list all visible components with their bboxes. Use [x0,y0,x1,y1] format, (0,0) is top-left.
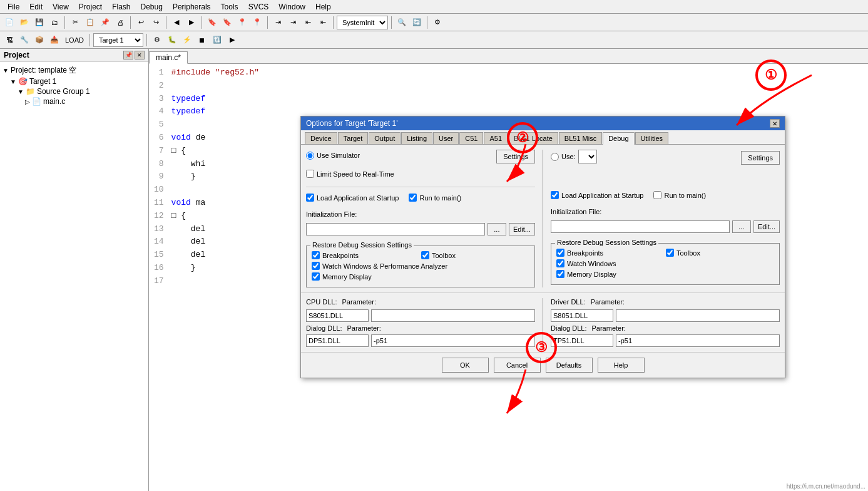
save-btn[interactable]: 💾 [33,16,46,29]
defaults-btn[interactable]: Defaults [546,358,593,373]
cut-btn[interactable]: ✂ [68,16,82,29]
ok-btn[interactable]: OK [442,358,489,373]
dbg-btn[interactable]: 🐛 [165,33,179,47]
left-cpu-param-input[interactable] [371,309,535,322]
left-edit-btn[interactable]: Edit... [509,223,535,235]
run-btn[interactable]: ▶ [225,33,239,47]
left-watch-checkbox[interactable] [312,262,320,270]
tab-debug[interactable]: Debug [603,132,634,145]
tab-target[interactable]: Target [338,132,369,144]
use-dropdown[interactable] [578,150,597,163]
right-toolbox-checkbox[interactable] [666,249,674,257]
right-driver-dll-input[interactable] [551,309,613,322]
search-btn[interactable]: 🔍 [395,16,409,29]
help-btn[interactable]: Help [598,358,645,373]
right-driver-param-input[interactable] [616,309,780,322]
menu-file[interactable]: File [3,1,24,13]
undo-btn[interactable]: ↩ [134,16,148,29]
nav-back-btn[interactable]: ◀ [170,16,183,29]
manage-btn[interactable]: ⚙ [150,33,164,47]
left-bp-checkbox[interactable] [312,251,320,259]
config-btn[interactable]: ⚙ [431,16,444,29]
stop-btn[interactable]: ⏹ [195,33,209,47]
right-run-main-checkbox[interactable] [653,191,661,199]
tree-source-group-item[interactable]: ▼ 📁 Source Group 1 [18,86,146,96]
menu-view[interactable]: View [48,1,74,13]
save-all-btn[interactable]: 🗂 [48,16,61,29]
indent-btn[interactable]: ⇥ [271,16,285,29]
target-dropdown[interactable]: Target 1 [93,33,143,47]
left-dialog-dll-input[interactable] [306,334,369,347]
right-bp-checkbox[interactable] [556,249,564,257]
limit-speed-checkbox[interactable] [306,170,314,178]
right-load-app-checkbox[interactable] [551,191,559,199]
left-browse-btn[interactable]: ... [488,223,506,235]
left-cpu-dll-input[interactable] [306,309,369,322]
use-radio[interactable] [551,153,559,161]
menu-svcs[interactable]: SVCS [243,1,274,13]
bookmark-btn[interactable]: 🔖 [205,16,219,29]
menu-peripherals[interactable]: Peripherals [168,1,216,13]
right-edit-btn[interactable]: Edit... [753,220,780,233]
print-btn[interactable]: 🖨 [113,16,127,29]
right-settings-btn[interactable]: Settings [741,151,780,165]
right-dialog-param-input[interactable] [616,334,780,347]
menu-edit[interactable]: Edit [24,1,48,13]
copy-btn[interactable]: 📋 [83,16,97,29]
indent3-btn[interactable]: ⇤ [301,16,315,29]
build3-btn[interactable]: 📦 [33,33,46,47]
menu-debug[interactable]: Debug [136,1,168,13]
tab-c51[interactable]: C51 [459,132,483,144]
tree-target[interactable]: ▼ 🎯 Target 1 [10,76,146,86]
right-memory-checkbox[interactable] [556,270,564,278]
tab-output[interactable]: Output [369,132,401,144]
new-btn[interactable]: 📄 [3,16,16,29]
replace-btn[interactable]: 🔄 [410,16,424,29]
tab-bl51-locate[interactable]: BL51 Locate [508,132,558,144]
right-dialog-dll-input[interactable] [551,334,613,347]
tab-listing[interactable]: Listing [401,132,432,144]
use-simulator-radio[interactable] [306,152,314,160]
cancel-btn[interactable]: Cancel [494,358,541,373]
tab-user[interactable]: User [433,132,459,144]
build2-btn[interactable]: 🔧 [18,33,31,47]
left-dialog-param-input[interactable] [371,334,535,347]
bookmark3-btn[interactable]: 📍 [235,16,249,29]
menu-tools[interactable]: Tools [216,1,243,13]
left-toolbox-checkbox[interactable] [421,251,429,259]
tab-bl51-misc[interactable]: BL51 Misc [559,132,602,144]
menu-help[interactable]: Help [310,1,336,13]
left-memory-checkbox[interactable] [312,272,320,281]
dialog-close-btn[interactable]: ✕ [770,119,780,128]
panel-pin-btn[interactable]: 📌 [123,51,133,59]
nav-forward-btn[interactable]: ▶ [185,16,198,29]
bookmark2-btn[interactable]: 🔖 [220,16,234,29]
indent4-btn[interactable]: ⇤ [316,16,330,29]
redo-btn[interactable]: ↪ [149,16,163,29]
bookmark4-btn[interactable]: 📍 [250,16,264,29]
tab-a51[interactable]: A51 [484,132,508,144]
right-browse-btn[interactable]: ... [732,220,751,233]
left-init-file-input[interactable] [306,223,485,235]
options-dialog[interactable]: Options for Target 'Target 1' ✕ Device T… [300,116,785,378]
panel-close-btn[interactable]: ✕ [135,51,145,59]
tree-root[interactable]: ▼ Project: template 空 [3,65,146,76]
right-init-file-input[interactable] [551,220,730,233]
flash-btn[interactable]: ⚡ [180,33,194,47]
function-dropdown[interactable]: SystemInit [337,16,388,29]
left-load-app-checkbox[interactable] [306,194,314,202]
right-watch-checkbox[interactable] [556,259,564,267]
menu-window[interactable]: Window [273,1,310,13]
left-run-main-checkbox[interactable] [409,194,417,202]
tab-device[interactable]: Device [305,132,337,144]
menu-project[interactable]: Project [74,1,107,13]
left-settings-btn[interactable]: Settings [496,150,535,163]
load-btn[interactable]: 📥 [48,33,61,47]
tab-main-c[interactable]: main.c* [149,51,188,64]
open-btn[interactable]: 📂 [18,16,31,29]
reset-btn[interactable]: 🔃 [210,33,224,47]
tree-main-c[interactable]: ▷ 📄 main.c [25,96,146,106]
menu-flash[interactable]: Flash [107,1,135,13]
build-btn[interactable]: 🏗 [3,33,16,47]
paste-btn[interactable]: 📌 [98,16,112,29]
